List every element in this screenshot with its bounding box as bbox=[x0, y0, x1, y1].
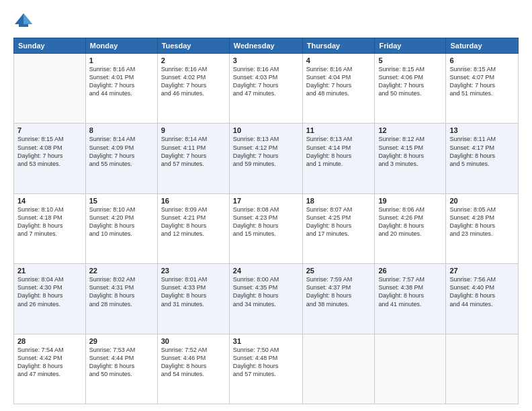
calendar-cell: 12Sunrise: 8:12 AMSunset: 4:15 PMDayligh… bbox=[375, 124, 446, 193]
calendar-cell bbox=[446, 334, 519, 404]
header-day-monday: Monday bbox=[85, 38, 157, 54]
calendar-header: SundayMondayTuesdayWednesdayThursdayFrid… bbox=[14, 38, 519, 54]
calendar-table: SundayMondayTuesdayWednesdayThursdayFrid… bbox=[13, 38, 519, 404]
day-info: Sunrise: 8:15 AMSunset: 4:06 PMDaylight:… bbox=[378, 65, 442, 98]
day-info: Sunrise: 8:16 AMSunset: 4:04 PMDaylight:… bbox=[306, 65, 371, 98]
day-info: Sunrise: 8:16 AMSunset: 4:01 PMDaylight:… bbox=[89, 65, 154, 98]
calendar-cell bbox=[14, 54, 86, 124]
calendar-cell: 1Sunrise: 8:16 AMSunset: 4:01 PMDaylight… bbox=[85, 54, 157, 124]
header-day-friday: Friday bbox=[375, 38, 446, 54]
day-number: 25 bbox=[306, 267, 371, 275]
week-row-4: 21Sunrise: 8:04 AMSunset: 4:30 PMDayligh… bbox=[14, 264, 519, 334]
header-day-wednesday: Wednesday bbox=[229, 38, 302, 54]
calendar-cell: 24Sunrise: 8:00 AMSunset: 4:35 PMDayligh… bbox=[229, 264, 302, 334]
calendar-cell: 6Sunrise: 8:15 AMSunset: 4:07 PMDaylight… bbox=[446, 54, 519, 124]
day-number: 1 bbox=[89, 56, 154, 64]
day-info: Sunrise: 8:02 AMSunset: 4:31 PMDaylight:… bbox=[89, 275, 154, 308]
day-info: Sunrise: 8:07 AMSunset: 4:25 PMDaylight:… bbox=[306, 205, 371, 238]
svg-rect-2 bbox=[19, 24, 28, 27]
svg-marker-1 bbox=[24, 13, 32, 24]
day-number: 18 bbox=[306, 197, 371, 205]
day-info: Sunrise: 7:54 AMSunset: 4:42 PMDaylight:… bbox=[17, 346, 82, 379]
day-info: Sunrise: 7:52 AMSunset: 4:46 PMDaylight:… bbox=[161, 346, 226, 379]
day-number: 12 bbox=[378, 126, 442, 134]
day-number: 28 bbox=[17, 337, 82, 345]
day-number: 5 bbox=[378, 56, 442, 64]
header-day-sunday: Sunday bbox=[14, 38, 86, 54]
calendar-cell: 26Sunrise: 7:57 AMSunset: 4:38 PMDayligh… bbox=[375, 264, 446, 334]
day-info: Sunrise: 8:12 AMSunset: 4:15 PMDaylight:… bbox=[378, 135, 442, 168]
calendar-cell: 15Sunrise: 8:10 AMSunset: 4:20 PMDayligh… bbox=[85, 193, 157, 263]
calendar-cell: 17Sunrise: 8:08 AMSunset: 4:23 PMDayligh… bbox=[229, 193, 302, 263]
calendar-cell: 23Sunrise: 8:01 AMSunset: 4:33 PMDayligh… bbox=[157, 264, 229, 334]
day-number: 26 bbox=[378, 267, 442, 275]
day-number: 23 bbox=[161, 267, 226, 275]
day-info: Sunrise: 8:13 AMSunset: 4:14 PMDaylight:… bbox=[306, 135, 371, 168]
calendar-cell: 2Sunrise: 8:16 AMSunset: 4:02 PMDaylight… bbox=[157, 54, 229, 124]
calendar-cell: 31Sunrise: 7:50 AMSunset: 4:48 PMDayligh… bbox=[229, 334, 302, 404]
calendar-body: 1Sunrise: 8:16 AMSunset: 4:01 PMDaylight… bbox=[14, 54, 519, 404]
day-info: Sunrise: 8:14 AMSunset: 4:09 PMDaylight:… bbox=[89, 135, 154, 168]
calendar-cell: 20Sunrise: 8:05 AMSunset: 4:28 PMDayligh… bbox=[446, 193, 519, 263]
logo-icon bbox=[13, 11, 34, 31]
calendar-cell: 28Sunrise: 7:54 AMSunset: 4:42 PMDayligh… bbox=[14, 334, 86, 404]
calendar-cell: 13Sunrise: 8:11 AMSunset: 4:17 PMDayligh… bbox=[446, 124, 519, 193]
calendar-cell: 25Sunrise: 7:59 AMSunset: 4:37 PMDayligh… bbox=[302, 264, 375, 334]
day-number: 15 bbox=[89, 197, 154, 205]
calendar-cell: 11Sunrise: 8:13 AMSunset: 4:14 PMDayligh… bbox=[302, 124, 375, 193]
day-number: 31 bbox=[233, 337, 299, 345]
calendar-cell: 10Sunrise: 8:13 AMSunset: 4:12 PMDayligh… bbox=[229, 124, 302, 193]
week-row-3: 14Sunrise: 8:10 AMSunset: 4:18 PMDayligh… bbox=[14, 193, 519, 263]
calendar-cell: 3Sunrise: 8:16 AMSunset: 4:03 PMDaylight… bbox=[229, 54, 302, 124]
day-info: Sunrise: 8:13 AMSunset: 4:12 PMDaylight:… bbox=[233, 135, 299, 168]
day-number: 16 bbox=[161, 197, 226, 205]
day-number: 11 bbox=[306, 126, 371, 134]
day-info: Sunrise: 8:10 AMSunset: 4:18 PMDaylight:… bbox=[17, 205, 82, 238]
day-info: Sunrise: 7:56 AMSunset: 4:40 PMDaylight:… bbox=[449, 275, 515, 308]
calendar-cell: 16Sunrise: 8:09 AMSunset: 4:21 PMDayligh… bbox=[157, 193, 229, 263]
day-info: Sunrise: 8:09 AMSunset: 4:21 PMDaylight:… bbox=[161, 205, 226, 238]
day-number: 22 bbox=[89, 267, 154, 275]
calendar-cell: 5Sunrise: 8:15 AMSunset: 4:06 PMDaylight… bbox=[375, 54, 446, 124]
day-number: 13 bbox=[449, 126, 515, 134]
day-number: 27 bbox=[449, 267, 515, 275]
calendar-cell: 8Sunrise: 8:14 AMSunset: 4:09 PMDaylight… bbox=[85, 124, 157, 193]
header-day-thursday: Thursday bbox=[302, 38, 375, 54]
calendar-cell bbox=[302, 334, 375, 404]
day-info: Sunrise: 8:01 AMSunset: 4:33 PMDaylight:… bbox=[161, 275, 226, 308]
page: SundayMondayTuesdayWednesdayThursdayFrid… bbox=[0, 0, 532, 411]
day-number: 21 bbox=[17, 267, 82, 275]
day-info: Sunrise: 8:14 AMSunset: 4:11 PMDaylight:… bbox=[161, 135, 226, 168]
day-info: Sunrise: 8:15 AMSunset: 4:07 PMDaylight:… bbox=[449, 65, 515, 98]
day-number: 6 bbox=[449, 56, 515, 64]
calendar-cell: 14Sunrise: 8:10 AMSunset: 4:18 PMDayligh… bbox=[14, 193, 86, 263]
logo bbox=[13, 11, 36, 31]
day-info: Sunrise: 8:04 AMSunset: 4:30 PMDaylight:… bbox=[17, 275, 82, 308]
calendar-cell: 27Sunrise: 7:56 AMSunset: 4:40 PMDayligh… bbox=[446, 264, 519, 334]
day-info: Sunrise: 8:16 AMSunset: 4:02 PMDaylight:… bbox=[161, 65, 226, 98]
day-number: 20 bbox=[449, 197, 515, 205]
calendar-cell: 19Sunrise: 8:06 AMSunset: 4:26 PMDayligh… bbox=[375, 193, 446, 263]
day-number: 24 bbox=[233, 267, 299, 275]
header-day-saturday: Saturday bbox=[446, 38, 519, 54]
day-number: 17 bbox=[233, 197, 299, 205]
day-number: 7 bbox=[17, 126, 82, 134]
calendar-cell: 18Sunrise: 8:07 AMSunset: 4:25 PMDayligh… bbox=[302, 193, 375, 263]
day-info: Sunrise: 8:06 AMSunset: 4:26 PMDaylight:… bbox=[378, 205, 442, 238]
day-info: Sunrise: 8:16 AMSunset: 4:03 PMDaylight:… bbox=[233, 65, 299, 98]
header bbox=[13, 11, 519, 31]
calendar-cell: 7Sunrise: 8:15 AMSunset: 4:08 PMDaylight… bbox=[14, 124, 86, 193]
day-number: 8 bbox=[89, 126, 154, 134]
week-row-1: 1Sunrise: 8:16 AMSunset: 4:01 PMDaylight… bbox=[14, 54, 519, 124]
day-number: 3 bbox=[233, 56, 299, 64]
calendar-cell bbox=[375, 334, 446, 404]
day-number: 30 bbox=[161, 337, 226, 345]
day-number: 10 bbox=[233, 126, 299, 134]
day-info: Sunrise: 7:53 AMSunset: 4:44 PMDaylight:… bbox=[89, 346, 154, 379]
day-info: Sunrise: 8:10 AMSunset: 4:20 PMDaylight:… bbox=[89, 205, 154, 238]
calendar-cell: 30Sunrise: 7:52 AMSunset: 4:46 PMDayligh… bbox=[157, 334, 229, 404]
day-info: Sunrise: 8:11 AMSunset: 4:17 PMDaylight:… bbox=[449, 135, 515, 168]
header-row: SundayMondayTuesdayWednesdayThursdayFrid… bbox=[14, 38, 519, 54]
calendar-cell: 29Sunrise: 7:53 AMSunset: 4:44 PMDayligh… bbox=[85, 334, 157, 404]
day-number: 19 bbox=[378, 197, 442, 205]
